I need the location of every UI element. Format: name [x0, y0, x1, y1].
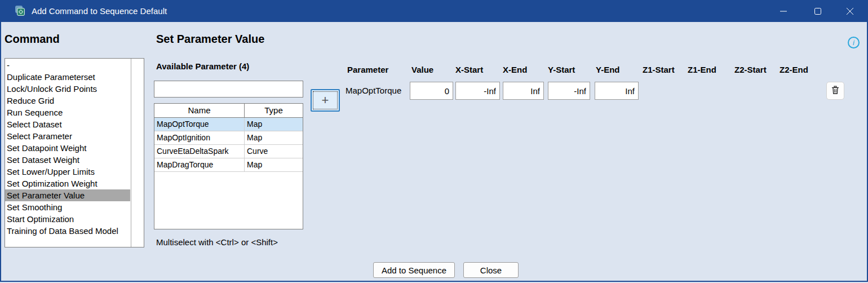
x-end-input[interactable]	[503, 82, 544, 100]
editor-column-header: Z1-End	[688, 65, 716, 74]
parameter-table-row[interactable]: MapOptTorqueMap	[154, 118, 303, 131]
command-list-item[interactable]: Set Optimization Weight	[5, 178, 130, 189]
parameter-filter-input[interactable]	[154, 81, 303, 98]
command-list-item[interactable]: Reduce Grid	[5, 95, 130, 107]
close-icon	[847, 8, 853, 15]
focus-rectangle	[313, 91, 338, 109]
title-bar[interactable]: Add Command to Sequence Default	[0, 0, 868, 22]
minimize-button[interactable]	[770, 0, 796, 22]
y-start-input[interactable]	[548, 82, 590, 100]
minimize-icon	[780, 8, 787, 15]
parameter-table-header: Name Type	[154, 104, 303, 118]
parameter-name-cell: MapOptTorque	[154, 118, 245, 131]
editor-column-header: Parameter	[347, 65, 388, 74]
maximize-button[interactable]	[805, 0, 831, 22]
add-parameter-button[interactable]: +	[311, 89, 340, 112]
editor-column-header: Y-Start	[548, 65, 575, 74]
trash-icon	[831, 86, 839, 96]
editor-row-parameter: MapOptTorque	[346, 86, 401, 95]
column-header-name[interactable]: Name	[154, 104, 245, 117]
parameter-table-row[interactable]: CurveEtaDeltaSparkCurve	[154, 145, 303, 158]
command-list-item[interactable]: Set Datapoint Weight	[5, 142, 130, 154]
window-title: Add Command to Sequence Default	[32, 6, 167, 16]
command-list-item[interactable]: Training of Data Based Model	[5, 225, 130, 237]
parameter-type-cell: Map	[245, 118, 303, 131]
editor-column-header: Value	[411, 65, 433, 74]
param-table-body: MapOptTorqueMapMapOptIgnitionMapCurveEta…	[154, 118, 303, 172]
value-input[interactable]	[410, 82, 453, 100]
parameter-type-cell: Curve	[245, 145, 303, 158]
delete-row-button[interactable]	[826, 82, 844, 100]
editor-column-header: Z1-Start	[643, 65, 675, 74]
close-dialog-button[interactable]: Close	[463, 262, 519, 278]
command-list-item[interactable]: Run Sequence	[5, 107, 130, 118]
x-start-input[interactable]	[455, 82, 500, 100]
detail-heading: Set Parameter Value	[156, 33, 264, 46]
command-list-item[interactable]: Lock/Unlock Grid Points	[5, 83, 130, 95]
parameter-table-row[interactable]: MapOptIgnitionMap	[154, 131, 303, 145]
command-list-item[interactable]: Set Parameter Value	[5, 189, 130, 201]
command-list-item[interactable]: Set Lower/Upper Limits	[5, 166, 130, 178]
editor-column-header: X-End	[503, 65, 527, 74]
maximize-icon	[814, 8, 821, 15]
command-heading: Command	[5, 33, 60, 46]
command-list: -Duplicate ParametersetLock/Unlock Grid …	[5, 59, 130, 246]
parameter-type-cell: Map	[245, 158, 303, 171]
parameter-table: Name Type MapOptTorqueMapMapOptIgnitionM…	[154, 103, 303, 229]
info-icon[interactable]: i	[848, 37, 860, 48]
parameter-type-cell: Map	[245, 131, 303, 144]
editor-column-header: Z2-Start	[734, 65, 767, 74]
editor-column-header: Z2-End	[780, 65, 808, 74]
y-end-input[interactable]	[595, 82, 639, 100]
add-to-sequence-button[interactable]: Add to Sequence	[373, 262, 455, 278]
available-parameter-label: Available Parameter (4)	[156, 61, 249, 71]
command-list-item[interactable]: -	[5, 59, 130, 71]
command-list-scrollbar[interactable]	[131, 59, 144, 247]
editor-column-header: Y-End	[596, 65, 620, 74]
column-header-type[interactable]: Type	[245, 104, 303, 117]
command-listbox: -Duplicate ParametersetLock/Unlock Grid …	[5, 58, 144, 247]
app-icon	[15, 6, 25, 16]
parameter-name-cell: MapDragTorque	[154, 158, 245, 171]
command-list-item[interactable]: Set Dataset Weight	[5, 154, 130, 166]
command-list-item[interactable]: Select Parameter	[5, 130, 130, 142]
parameter-table-row[interactable]: MapDragTorqueMap	[154, 158, 303, 172]
command-list-item[interactable]: Select Dataset	[5, 118, 130, 130]
parameter-name-cell: CurveEtaDeltaSpark	[154, 145, 245, 158]
close-button[interactable]	[837, 0, 863, 22]
parameter-name-cell: MapOptIgnition	[154, 131, 245, 144]
editor-column-header: X-Start	[455, 65, 483, 74]
command-list-item[interactable]: Start Optimization	[5, 213, 130, 225]
command-list-item[interactable]: Duplicate Parameterset	[5, 71, 130, 83]
multiselect-hint: Multiselect with <Ctrl> or <Shift>	[156, 237, 278, 247]
command-list-item[interactable]: Set Smoothing	[5, 201, 130, 213]
